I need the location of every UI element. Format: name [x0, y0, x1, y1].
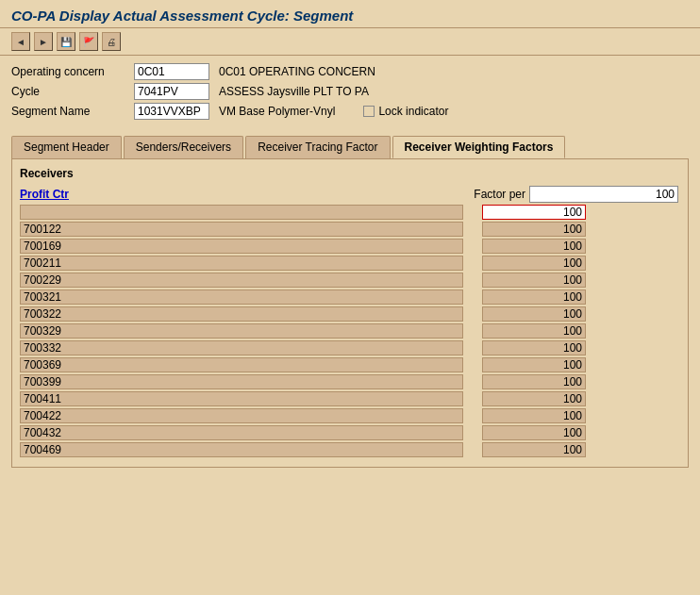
- factor-cell: [473, 391, 586, 406]
- profit-ctr-input[interactable]: [20, 391, 463, 406]
- segment-name-row: Segment Name VM Base Polymer-Vnyl Lock i…: [11, 103, 689, 120]
- flag-button[interactable]: 🚩: [79, 32, 98, 51]
- table-header: Profit Ctr Factor per: [20, 186, 680, 203]
- profit-ctr-input[interactable]: [20, 306, 463, 322]
- cycle-desc: ASSESS Jaysville PLT TO PA: [219, 85, 369, 98]
- table-row: [20, 425, 680, 440]
- operating-concern-row: Operating concern 0C01 OPERATING CONCERN: [11, 63, 689, 80]
- save-button[interactable]: 💾: [57, 32, 75, 51]
- factor-cell: [473, 222, 586, 237]
- profit-ctr-input[interactable]: [20, 222, 463, 237]
- print-button[interactable]: 🖨: [102, 32, 121, 51]
- factor-cell: [473, 306, 586, 322]
- operating-concern-desc: 0C01 OPERATING CONCERN: [219, 65, 375, 78]
- operating-concern-input[interactable]: [134, 63, 209, 80]
- tab-senders-receivers[interactable]: Senders/Receivers: [124, 136, 243, 158]
- factor-input[interactable]: [482, 306, 586, 322]
- table-row: [20, 357, 680, 372]
- factor-input[interactable]: [482, 273, 586, 288]
- profit-ctr-cell: [20, 391, 473, 406]
- table-row: [20, 239, 680, 254]
- table-row: [20, 374, 680, 389]
- profit-ctr-cell: [20, 408, 473, 423]
- table-row: [20, 323, 680, 339]
- factor-input[interactable]: [482, 222, 586, 237]
- factor-cell: [473, 340, 586, 355]
- profit-ctr-cell: [20, 374, 473, 389]
- factor-input[interactable]: [482, 340, 586, 355]
- profit-ctr-input[interactable]: [20, 340, 463, 355]
- tab-receiver-weighting[interactable]: Receiver Weighting Factors: [392, 136, 566, 158]
- factor-input[interactable]: [482, 391, 586, 406]
- factor-input[interactable]: [482, 239, 586, 254]
- factor-cell: [473, 408, 586, 423]
- factor-per-label: Factor per: [473, 188, 529, 201]
- profit-ctr-cell: [20, 306, 473, 322]
- table-row: [20, 391, 680, 406]
- factor-cell: [473, 425, 586, 440]
- tabs-container: Segment Header Senders/Receivers Receive…: [0, 130, 700, 158]
- tab-segment-header[interactable]: Segment Header: [11, 136, 122, 158]
- factor-cell: [473, 442, 586, 457]
- title-bar: CO-PA Display Actual Assessment Cycle: S…: [0, 0, 700, 28]
- segment-name-input[interactable]: [134, 103, 209, 120]
- lock-indicator-label: Lock indicator: [378, 105, 448, 118]
- tab-receiver-tracing[interactable]: Receiver Tracing Factor: [245, 136, 390, 158]
- profit-ctr-input[interactable]: [20, 289, 463, 305]
- segment-name-label: Segment Name: [11, 105, 134, 118]
- profit-ctr-input[interactable]: [20, 374, 463, 389]
- profit-ctr-cell: [20, 357, 473, 372]
- page-title: CO-PA Display Actual Assessment Cycle: S…: [11, 8, 689, 24]
- profit-ctr-input[interactable]: [20, 357, 463, 372]
- segment-name-desc: VM Base Polymer-Vnyl: [219, 105, 335, 118]
- factor-input[interactable]: [482, 425, 586, 440]
- first-profit-input[interactable]: [20, 205, 463, 220]
- factor-per-value[interactable]: [529, 186, 678, 203]
- profit-ctr-column-header[interactable]: Profit Ctr: [20, 188, 473, 201]
- profit-ctr-input[interactable]: [20, 239, 463, 254]
- profit-ctr-input[interactable]: [20, 273, 463, 288]
- factor-cell: [473, 239, 586, 254]
- table-row: [20, 256, 680, 271]
- profit-ctr-input[interactable]: [20, 256, 463, 271]
- forward-button[interactable]: ►: [34, 32, 53, 51]
- factor-cell: [473, 256, 586, 271]
- first-factor-cell: [473, 205, 586, 220]
- factor-input[interactable]: [482, 442, 586, 457]
- profit-ctr-cell: [20, 425, 473, 440]
- profit-ctr-input[interactable]: [20, 323, 463, 339]
- table-row: [20, 340, 680, 355]
- factor-cell: [473, 273, 586, 288]
- first-factor-input[interactable]: [482, 205, 586, 220]
- factor-input[interactable]: [482, 323, 586, 339]
- factor-input[interactable]: [482, 374, 586, 389]
- factor-input[interactable]: [482, 408, 586, 423]
- cycle-label: Cycle: [11, 85, 134, 98]
- table-row: [20, 306, 680, 322]
- factor-input[interactable]: [482, 256, 586, 271]
- back-button[interactable]: ◄: [11, 32, 30, 51]
- profit-ctr-input[interactable]: [20, 442, 463, 457]
- table-row: [20, 408, 680, 423]
- toolbar: ◄ ► 💾 🚩 🖨: [0, 28, 700, 56]
- profit-ctr-cell: [20, 340, 473, 355]
- factor-cell: [473, 289, 586, 305]
- cycle-input[interactable]: [134, 83, 209, 100]
- cycle-row: Cycle ASSESS Jaysville PLT TO PA: [11, 83, 689, 100]
- table-row: [20, 273, 680, 288]
- factor-cell: [473, 357, 586, 372]
- profit-ctr-cell: [20, 256, 473, 271]
- factor-input[interactable]: [482, 357, 586, 372]
- profit-ctr-cell: [20, 239, 473, 254]
- lock-indicator-container: Lock indicator: [363, 105, 448, 118]
- table-row: [20, 222, 680, 237]
- factor-input[interactable]: [482, 289, 586, 305]
- operating-concern-label: Operating concern: [11, 65, 134, 78]
- table-row: [20, 289, 680, 305]
- form-section: Operating concern 0C01 OPERATING CONCERN…: [0, 56, 700, 130]
- profit-ctr-input[interactable]: [20, 425, 463, 440]
- lock-checkbox[interactable]: [363, 106, 375, 117]
- receivers-label: Receivers: [20, 167, 680, 180]
- profit-ctr-input[interactable]: [20, 408, 463, 423]
- factor-cell: [473, 374, 586, 389]
